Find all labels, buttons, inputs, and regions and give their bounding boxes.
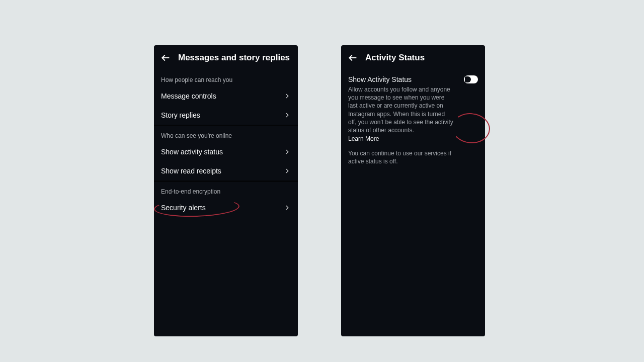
activity-status-note: You can continue to use our services if … — [348, 149, 459, 165]
row-label: Show activity status — [161, 148, 223, 156]
back-arrow-icon[interactable] — [160, 52, 171, 63]
chevron-right-icon — [284, 93, 291, 100]
row-show-activity-status[interactable]: Show activity status — [154, 142, 298, 161]
activity-status-description: Allow accounts you follow and anyone you… — [348, 85, 454, 134]
chevron-right-icon — [284, 148, 291, 155]
left-header: Messages and story replies — [154, 45, 298, 70]
section-divider — [154, 180, 298, 182]
row-label: Story replies — [161, 111, 200, 119]
activity-status-panel: Show Activity Status Allow accounts you … — [341, 70, 485, 166]
row-message-controls[interactable]: Message controls — [154, 86, 298, 106]
chevron-right-icon — [284, 204, 291, 211]
row-show-read-receipts[interactable]: Show read receipts — [154, 161, 298, 180]
row-label: Message controls — [161, 92, 216, 100]
learn-more-link[interactable]: Learn More — [348, 135, 478, 142]
row-story-replies[interactable]: Story replies — [154, 106, 298, 125]
row-security-alerts[interactable]: Security alerts — [154, 198, 298, 217]
chevron-right-icon — [284, 167, 291, 174]
activity-status-toggle[interactable] — [464, 75, 478, 83]
right-header-title: Activity Status — [365, 53, 425, 63]
left-header-title: Messages and story replies — [178, 53, 290, 63]
toggle-label: Show Activity Status — [348, 75, 412, 83]
back-arrow-icon[interactable] — [347, 52, 358, 63]
section-divider — [154, 125, 298, 126]
section-heading-encryption: End-to-end encryption — [154, 182, 298, 198]
right-header: Activity Status — [341, 45, 485, 70]
section-heading-reach: How people can reach you — [154, 70, 298, 86]
chevron-right-icon — [284, 112, 291, 119]
phone-left-screen: Messages and story replies How people ca… — [154, 45, 298, 336]
phone-right-screen: Activity Status Show Activity Status All… — [341, 45, 485, 336]
row-label: Show read receipts — [161, 167, 221, 175]
row-label: Security alerts — [161, 204, 206, 212]
section-heading-online: Who can see you're online — [154, 126, 298, 142]
activity-status-row: Show Activity Status — [348, 75, 478, 83]
